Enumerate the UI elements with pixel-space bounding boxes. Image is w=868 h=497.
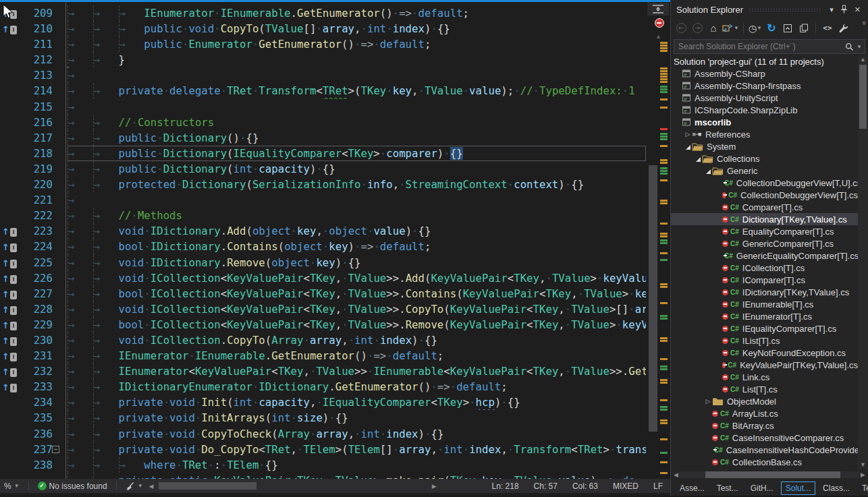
solution-search-box[interactable]: ▼ [674, 39, 865, 54]
code-line[interactable]: →→private·static·KeyValuePair<TKey,·TVal… [0, 473, 646, 479]
code-text[interactable]: →→//·Methods [67, 208, 646, 223]
code-line[interactable]: 234→→private·void·Init(int·capacity,·IEq… [0, 394, 646, 410]
expander-open-icon[interactable] [704, 166, 712, 176]
code-line[interactable]: ↑I209→→→IEnumerator·IEnumerable.GetEnume… [0, 5, 646, 21]
glyph-margin[interactable] [0, 67, 19, 83]
refresh-button[interactable]: ↻ [764, 21, 779, 36]
code-line[interactable]: ↑I231→→IEnumerator·IEnumerable.GetEnumer… [0, 348, 646, 363]
glyph-margin[interactable]: ↑I [0, 317, 19, 332]
tree-item[interactable]: C#CollectionBase.cs [671, 456, 858, 468]
code-text[interactable]: →→→public·void·CopyTo(TValue[]·array,·in… [67, 21, 646, 36]
code-text[interactable]: →→private·void·InitArrays(int·size)·{} [67, 410, 646, 426]
tree-item[interactable]: Generic [671, 165, 858, 177]
implements-glyph-icon[interactable]: ↑I [2, 305, 17, 315]
tree-item[interactable]: System [671, 140, 858, 152]
code-text[interactable]: →→private·void·CopyToCheck(Array·array,·… [67, 426, 646, 442]
close-icon[interactable]: ✕ [851, 5, 864, 14]
code-text[interactable]: →→public·Dictionary(IEqualityComparer<TK… [67, 146, 646, 161]
code-region[interactable]: ↑I209→→→IEnumerator·IEnumerable.GetEnume… [0, 2, 670, 479]
code-line[interactable]: 214→→private·delegate·TRet·Transform<TRe… [0, 83, 646, 98]
tree-item[interactable]: ▷ObjectModel [671, 395, 858, 407]
tree-item[interactable]: ICSharpCode.SharpZipLib [671, 104, 858, 116]
code-line[interactable]: 216→→//·Constructors [0, 115, 646, 130]
expander-closed-icon[interactable]: ▷ [704, 398, 712, 405]
horizontal-scrollbar-track[interactable] [156, 482, 430, 490]
glyph-margin[interactable]: ↑I [0, 270, 19, 286]
panel-tab[interactable]: Test... [712, 481, 743, 495]
home-button[interactable]: ⌂ [706, 21, 721, 36]
tree-item[interactable]: C#CaseInsensitiveComparer.cs [671, 432, 858, 444]
tree-item[interactable]: C#KeyValuePair[TKey,TValue].cs [671, 359, 858, 371]
glyph-margin[interactable] [0, 410, 19, 426]
glyph-margin[interactable] [0, 426, 19, 442]
code-text[interactable]: →→protected·Dictionary(SerializationInfo… [67, 177, 646, 192]
expander-open-icon[interactable] [694, 154, 702, 164]
glyph-margin[interactable]: ↑I [0, 286, 19, 301]
code-text[interactable]: →→public·Dictionary()·{} [67, 130, 646, 146]
status-character[interactable]: Ch: 57 [526, 481, 565, 491]
tree-vertical-scrollbar[interactable]: ▲ ▼ [858, 55, 868, 469]
glyph-margin[interactable] [0, 442, 19, 457]
code-line[interactable]: ↑I230→→void·ICollection.CopyTo(Array·arr… [0, 332, 646, 348]
expander-open-icon[interactable] [684, 142, 692, 152]
scroll-down-arrow-icon[interactable]: ▼ [860, 461, 866, 468]
horizontal-scrollbar-thumb[interactable] [159, 482, 256, 490]
code-text[interactable]: →→private·delegate·TRet·Transform<TRet>(… [67, 83, 646, 98]
tree-item[interactable]: C#IEqualityComparer[T].cs [671, 322, 858, 334]
status-line[interactable]: Ln: 218 [485, 481, 526, 491]
tree-item[interactable]: C#KeyNotFoundException.cs [671, 347, 858, 359]
code-text[interactable]: →→→public·Enumerator·GetEnumerator()·=>·… [67, 36, 646, 52]
search-icon[interactable] [842, 42, 857, 51]
implements-glyph-icon[interactable]: ↑I [2, 382, 17, 392]
tree-item[interactable]: C#ArrayList.cs [671, 407, 858, 419]
panel-tab[interactable]: Class... [818, 481, 855, 495]
panel-tab[interactable]: Tea... [857, 481, 868, 495]
implements-glyph-icon[interactable]: ↑I [2, 227, 17, 237]
code-line[interactable]: 212→→} [0, 52, 646, 67]
code-line[interactable]: 237−→→private·void·Do_CopyTo<TRet,·TElem… [0, 442, 646, 457]
scroll-right-arrow-icon[interactable]: ▶ [859, 471, 867, 478]
code-line[interactable]: ↑I224→→bool·IDictionary.Contains(object·… [0, 239, 646, 254]
code-line[interactable]: 219→→public·Dictionary(int·capacity)·{} [0, 161, 646, 177]
panel-title-bar[interactable]: Solution Explorer ▾ ✕ [671, 0, 868, 19]
search-input[interactable] [674, 42, 842, 51]
tree-item[interactable]: C#IList[T].cs [671, 334, 858, 347]
glyph-margin[interactable] [0, 146, 19, 161]
code-text[interactable]: →→public·Dictionary(int·capacity)·{} [67, 161, 646, 177]
code-text[interactable]: →→bool·ICollection<KeyValuePair<TKey,·TV… [67, 286, 646, 301]
tree-item[interactable]: C#CollectionDebuggerView[T].cs [671, 189, 858, 201]
code-line[interactable]: 215→ [0, 99, 646, 115]
code-line[interactable]: 238→→→where·TRet·:·TElem·{} [0, 457, 646, 473]
glyph-margin[interactable]: ↑I [0, 239, 19, 254]
tree-item[interactable]: C#IEnumerator[T].cs [671, 310, 858, 322]
code-text[interactable]: →→void·IDictionary.Add(object·key,·objec… [67, 223, 646, 239]
pin-icon[interactable] [837, 5, 851, 15]
code-text[interactable]: →→void·IDictionary.Remove(object·key)·{} [67, 255, 646, 270]
tree-hscrollbar-thumb[interactable] [705, 471, 840, 478]
code-line[interactable]: ↑I227→→bool·ICollection<KeyValuePair<TKe… [0, 286, 646, 301]
code-line[interactable]: 220→→protected·Dictionary(SerializationI… [0, 177, 646, 192]
back-button[interactable]: ← [674, 21, 688, 36]
glyph-margin[interactable] [0, 473, 19, 479]
tree-item[interactable]: C#IDictionary[TKey,TValue].cs [671, 286, 858, 298]
panel-tab[interactable]: Asse... [675, 481, 709, 495]
implements-glyph-icon[interactable]: ↑I [2, 258, 17, 268]
glyph-margin[interactable] [0, 394, 19, 410]
code-text[interactable]: → [67, 99, 646, 115]
tree-item[interactable]: C#CollectionDebuggerView[T,U].cs [671, 177, 858, 189]
tree-scrollbar-thumb[interactable] [859, 65, 867, 129]
code-text[interactable]: →→→where·TRet·:·TElem·{} [67, 457, 646, 473]
glyph-margin[interactable]: ↑I [0, 348, 19, 363]
code-line[interactable]: ↑I223→→void·IDictionary.Add(object·key,·… [0, 223, 646, 239]
pending-changes-filter-button[interactable]: ◷ ▼ [748, 21, 763, 36]
forward-button[interactable]: → [690, 21, 705, 36]
glyph-margin[interactable] [0, 130, 19, 146]
code-line[interactable]: 235→→private·void·InitArrays(int·size)·{… [0, 410, 646, 426]
glyph-margin[interactable] [0, 192, 19, 208]
expander-closed-icon[interactable]: ▷ [684, 131, 692, 138]
tree-item[interactable]: C#GenericEqualityComparer[T].cs [671, 250, 858, 262]
tree-item[interactable]: C#Link.cs [671, 371, 858, 383]
show-all-files-button[interactable] [796, 21, 811, 36]
code-text[interactable]: →→private·void·Init(int·capacity,·IEqual… [67, 394, 646, 410]
tree-item[interactable]: C#ICollection[T].cs [671, 262, 858, 274]
